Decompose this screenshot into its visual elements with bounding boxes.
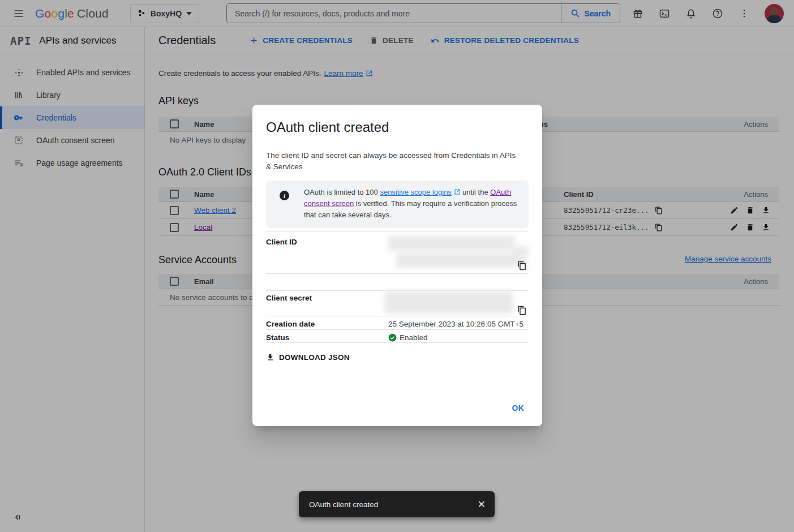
sensitive-scope-logins-link[interactable]: sensitive scope logins [380,188,451,196]
divider [266,273,529,274]
redacted-client-id-value [388,236,515,251]
external-link-icon [454,188,461,195]
notice-mid: until the [461,188,491,196]
info-icon: i [280,191,289,200]
creation-date-value: 25 September 2023 at 10:26:05 GMT+5 [388,320,523,328]
divider [266,342,529,343]
toast-notification: OAuth client created ✕ [299,491,495,517]
dialog-intro: The client ID and secret can always be a… [266,150,521,173]
redacted-client-id-value [514,246,529,255]
close-icon[interactable]: ✕ [478,499,486,510]
google-cloud-console: G o o g l e Cloud BoxyHQ Search [0,0,794,532]
dialog-title: OAuth client created [266,119,389,135]
status-value: Enabled [400,333,428,342]
divider [266,231,529,231]
download-json-button[interactable]: DOWNLOAD JSON [260,347,355,367]
creation-date-label: Creation date [266,320,315,328]
oauth-client-created-dialog: OAuth client created The client ID and s… [252,105,542,426]
copy-client-secret-icon[interactable] [517,306,527,315]
download-icon [266,353,274,362]
notice-text: OAuth is limited to 100 sensitive scope … [304,187,525,221]
status-label: Status [266,333,289,342]
notice-box: i OAuth is limited to 100 sensitive scop… [266,181,529,228]
client-id-label: Client ID [266,238,297,246]
ok-label: OK [512,404,525,413]
download-json-label: DOWNLOAD JSON [279,353,350,362]
ok-button[interactable]: OK [504,398,533,418]
notice-pre: OAuth is limited to 100 [304,188,380,196]
divider [266,316,529,316]
divider [266,329,529,330]
toast-message: OAuth client created [309,500,378,509]
redacted-client-id-value [396,252,526,268]
client-secret-label: Client secret [266,294,312,302]
redacted-client-secret-value [385,291,513,314]
check-circle-icon [388,333,397,342]
copy-client-id-icon[interactable] [517,261,527,271]
